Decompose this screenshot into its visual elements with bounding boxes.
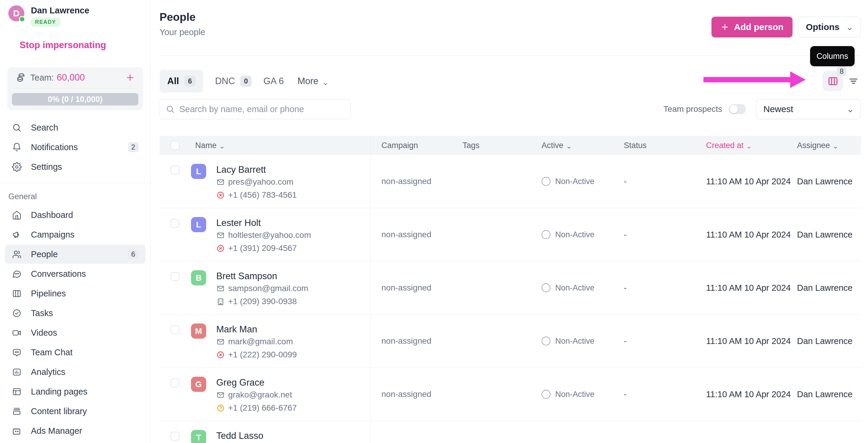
row-checkbox[interactable] xyxy=(170,272,179,281)
sidebar-item-analytics[interactable]: Analytics xyxy=(5,362,146,381)
person-phone: +1 (209) 390-0938 xyxy=(216,296,308,307)
cell-assignee: Dan Lawrence xyxy=(797,368,861,421)
sidebar-item-label: Team Chat xyxy=(31,348,72,357)
gear-icon xyxy=(12,162,22,172)
megaphone-icon xyxy=(12,230,22,240)
person-name[interactable]: Lester Holt xyxy=(216,217,311,229)
page-title-block: People Your people xyxy=(159,11,205,37)
table-row[interactable]: LLester Holtholtlester@yahoo.com+1 (391)… xyxy=(159,208,861,261)
sidebar-item-label: Settings xyxy=(31,162,62,172)
column-header-name[interactable]: Name xyxy=(159,136,370,155)
tab-ga-6[interactable]: GA 6 xyxy=(264,76,284,87)
status-badge: READY xyxy=(31,18,60,27)
user-meta: Dan Lawrence READY xyxy=(31,5,89,27)
columns-count-badge: 8 xyxy=(837,67,847,76)
chat-square-icon xyxy=(12,348,22,357)
building-icon xyxy=(216,297,225,306)
sidebar-nav-top: SearchNotifications2Settings xyxy=(0,118,150,176)
person-info: Lester Holtholtlester@yahoo.com+1 (391) … xyxy=(216,217,311,254)
sidebar-item-team-chat[interactable]: Team Chat xyxy=(5,343,146,362)
person-name[interactable]: Tedd Lasso xyxy=(216,430,264,442)
person-avatar: T xyxy=(191,430,206,443)
cell-active: Non-Active xyxy=(541,421,624,443)
person-name[interactable]: Mark Man xyxy=(216,323,297,335)
add-credits-button[interactable] xyxy=(125,73,135,82)
team-prospects-toggle[interactable] xyxy=(729,104,746,114)
sidebar-item-settings[interactable]: Settings xyxy=(5,157,146,176)
tab-count-badge: 6 xyxy=(184,76,195,87)
tab-dnc[interactable]: DNC0 xyxy=(215,76,252,87)
avatar: D xyxy=(8,5,24,21)
stop-impersonating-link[interactable]: Stop impersonating xyxy=(20,40,106,51)
person-avatar: M xyxy=(191,323,206,338)
search-icon xyxy=(12,123,22,132)
options-button[interactable]: Options xyxy=(798,17,861,37)
row-checkbox[interactable] xyxy=(170,325,179,334)
person-email-text: pres@yahoo.com xyxy=(228,176,293,187)
sidebar-item-landing-pages[interactable]: Landing pages xyxy=(5,382,146,401)
user-profile[interactable]: D Dan Lawrence READY xyxy=(0,0,150,27)
row-checkbox[interactable] xyxy=(170,432,179,441)
toggle-knob xyxy=(730,105,738,113)
person-phone: +1 (222) 290-0099 xyxy=(216,349,297,360)
person-avatar: L xyxy=(191,217,206,232)
mail-icon xyxy=(216,391,225,399)
sidebar-item-tasks[interactable]: Tasks xyxy=(5,303,146,323)
sidebar-item-content-library[interactable]: Content library xyxy=(5,402,146,421)
table-row[interactable]: MMark Manmark@gmail.com+1 (222) 290-0099… xyxy=(159,315,861,368)
filter-button[interactable] xyxy=(847,75,860,87)
search-input[interactable] xyxy=(179,104,344,115)
add-person-button[interactable]: Add person xyxy=(711,17,793,37)
sidebar-item-campaigns[interactable]: Campaigns xyxy=(5,225,146,244)
column-header-name-wrap: Name xyxy=(195,141,224,150)
bar-chart-icon xyxy=(12,367,22,377)
sidebar-item-notifications[interactable]: Notifications2 xyxy=(5,138,146,157)
column-header-active[interactable]: Active xyxy=(541,141,624,150)
column-header-assignee[interactable]: Assignee xyxy=(797,141,861,150)
person-email-text: holtlester@yahoo.com xyxy=(228,230,311,241)
active-status-label: Non-Active xyxy=(555,336,594,346)
sidebar-nav-general: DashboardCampaignsPeople6ConversationsPi… xyxy=(0,205,150,440)
sidebar-section-label: General xyxy=(8,192,150,201)
person-email: mark@gmail.com xyxy=(216,336,297,347)
active-status-circle xyxy=(541,390,551,399)
sidebar-item-people[interactable]: People6 xyxy=(5,245,146,264)
row-checkbox[interactable] xyxy=(170,219,179,228)
sidebar-item-conversations[interactable]: Conversations xyxy=(5,264,146,283)
person-info: Mark Manmark@gmail.com+1 (222) 290-0099 xyxy=(216,323,297,360)
sort-dropdown[interactable]: Newest xyxy=(756,99,861,119)
cell-active: Non-Active xyxy=(541,155,624,208)
online-status-dot xyxy=(19,16,25,22)
person-name[interactable]: Brett Sampson xyxy=(216,270,308,282)
sidebar: D Dan Lawrence READY Stop impersonating … xyxy=(0,0,151,443)
table-row[interactable]: TTedd LassoNon-Active xyxy=(159,421,861,443)
column-header-label: Name xyxy=(195,141,217,150)
row-checkbox[interactable] xyxy=(170,379,179,387)
person-info: Greg Gracegrako@graok.net+1 (219) 666-67… xyxy=(216,377,297,414)
sidebar-item-ads-manager[interactable]: Ads Manager xyxy=(5,421,146,440)
sidebar-item-label: Dashboard xyxy=(31,210,73,220)
cell-name: TTedd Lasso xyxy=(159,421,370,443)
tab-more[interactable]: More xyxy=(297,76,328,87)
sort-chevron-icon xyxy=(566,143,571,148)
sidebar-item-label: Search xyxy=(31,123,58,132)
page-subtitle: Your people xyxy=(159,27,205,37)
cell-status: - xyxy=(624,315,706,367)
person-name[interactable]: Greg Grace xyxy=(216,377,297,389)
sidebar-item-dashboard[interactable]: Dashboard xyxy=(5,205,146,225)
column-header-created-at[interactable]: Created at xyxy=(706,141,797,150)
tab-all[interactable]: All6 xyxy=(159,70,203,92)
table-row[interactable]: BBrett Sampsonsampson@gmail.com+1 (209) … xyxy=(159,261,861,315)
row-checkbox[interactable] xyxy=(170,166,179,175)
sidebar-item-label: Ads Manager xyxy=(31,426,82,436)
table-row[interactable]: GGreg Gracegrako@graok.net+1 (219) 666-6… xyxy=(159,368,861,421)
cell-name: LLacy Barrettpres@yahoo.com+1 (456) 783-… xyxy=(159,155,370,208)
select-all-checkbox[interactable] xyxy=(170,141,179,150)
sidebar-item-pipelines[interactable]: Pipelines xyxy=(5,284,146,303)
person-name[interactable]: Lacy Barrett xyxy=(216,164,297,176)
home-icon xyxy=(12,210,22,220)
sidebar-item-search[interactable]: Search xyxy=(5,118,146,137)
table-row[interactable]: LLacy Barrettpres@yahoo.com+1 (456) 783-… xyxy=(159,155,861,208)
cell-created-at: 11:10 AM 10 Apr 2024 xyxy=(706,155,797,208)
sidebar-item-videos[interactable]: Videos xyxy=(5,323,146,342)
